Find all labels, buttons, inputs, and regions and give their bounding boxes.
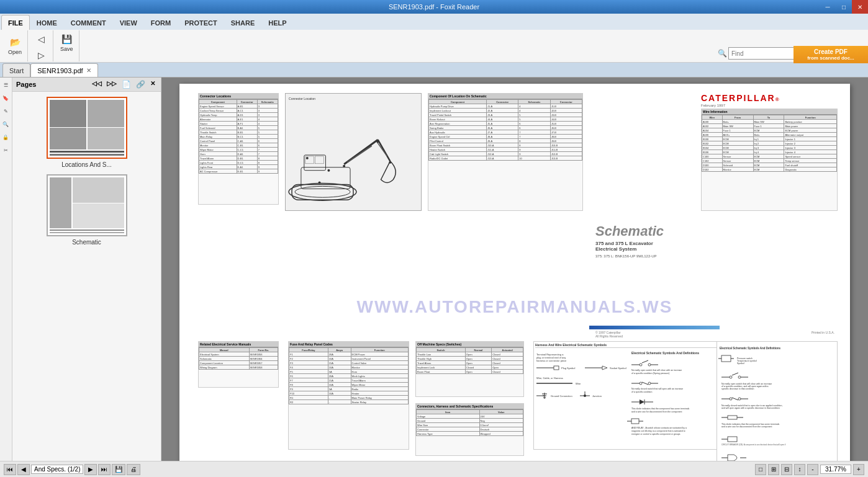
search-icon: 🔍 — [718, 49, 727, 58]
svg-text:Socket Symbol: Socket Symbol — [610, 367, 626, 370]
tab-close-icon[interactable]: ✕ — [86, 67, 91, 74]
tab-protect[interactable]: PROTECT — [178, 15, 224, 30]
prev-page-button[interactable]: ◀ — [17, 464, 30, 475]
back-button[interactable]: ◁ — [32, 32, 50, 47]
maximize-button[interactable]: □ — [836, 0, 852, 14]
ribbon-group-nav: ◁ ▷ — [29, 30, 53, 61]
save-icon: 💾 — [60, 33, 73, 45]
strip-icon-bookmark[interactable]: 🔖 — [0, 92, 11, 104]
svg-rect-90 — [728, 416, 737, 419]
svg-point-12 — [319, 181, 321, 184]
first-page-button[interactable]: ⏮ — [4, 464, 16, 475]
tab-start-label: Start — [9, 67, 24, 74]
svg-point-11 — [327, 169, 330, 172]
ribbon-content: 📂 Open ◁ ▷ 💾 Save 🔍 ▶ ⚙ Cre — [0, 30, 868, 62]
main-layout: ☰ 🔖 ✎ 🔍 🔒 ✂ Pages ◁◁ ▷▷ 📄 🔗 ✕ — [0, 78, 868, 461]
tab-pdf[interactable]: SENR1903.pdf ✕ — [30, 63, 97, 77]
ribbon-tab-bar: FILE HOME COMMENT VIEW FORM PROTECT SHAR… — [0, 14, 868, 30]
pages-close[interactable]: ✕ — [148, 79, 157, 89]
thumbnail-frame-2[interactable] — [47, 174, 127, 236]
window-controls[interactable]: ─ □ ✕ — [820, 0, 868, 14]
related-manuals-table: Related Electrical Service Manuals Manua… — [198, 341, 279, 388]
svg-text:of a specific condition (Sprin: of a specific condition (Spring pressure… — [631, 372, 669, 375]
tab-home[interactable]: HOME — [30, 15, 64, 30]
print-button[interactable]: 🖨 — [127, 464, 140, 475]
create-pdf-button[interactable]: Create PDF from scanned doc... — [793, 46, 868, 63]
right-specs-table: Wire Information WireFromToFunction A100… — [701, 109, 838, 211]
save-button[interactable]: 💾 Save — [57, 32, 76, 53]
strip-icon-scissors[interactable]: ✂ — [0, 144, 11, 156]
svg-line-84 — [732, 398, 738, 400]
svg-text:energize or control a specific: energize or control a specific component… — [631, 433, 680, 435]
pages-nav-next[interactable]: ▷▷ — [105, 79, 119, 89]
status-bar: ⏮ ◀ And Specs. (1/2) ▶ ⏭ 💾 🖨 □ ⊞ ⊟ ↕ - 3… — [0, 461, 868, 477]
minimize-button[interactable]: ─ — [820, 0, 836, 14]
svg-text:Normally open switch that will: Normally open switch that will close wit… — [631, 369, 682, 372]
ribbon: FILE HOME COMMENT VIEW FORM PROTECT SHAR… — [0, 14, 868, 63]
tab-view[interactable]: VIEW — [113, 15, 144, 30]
schematic-title-area: Schematic 375 and 375 L Excavator Electr… — [595, 223, 720, 258]
strip-icon-lock[interactable]: 🔒 — [0, 131, 11, 143]
svg-text:and will open again with a spe: and will open again with a specific decr… — [721, 407, 780, 409]
view-single-button[interactable]: □ — [755, 464, 766, 475]
svg-point-75 — [730, 376, 732, 378]
fuse-relay-table: Fuse/RelayAmpsFunction F120AECM Power F2… — [289, 347, 409, 404]
search-input[interactable] — [728, 47, 803, 60]
svg-text:Junction: Junction — [592, 395, 602, 398]
thumbnail-2[interactable]: Schematic — [17, 174, 156, 246]
color-bar — [589, 326, 720, 329]
pages-header: Pages ◁◁ ▷▷ 📄 🔗 ✕ — [12, 78, 161, 92]
thumbnail-2-label: Schematic — [72, 239, 101, 246]
pages-icon-link[interactable]: 🔗 — [134, 79, 147, 89]
save-page-button[interactable]: 💾 — [112, 464, 125, 475]
svg-point-42 — [640, 363, 642, 366]
pdf-viewer[interactable]: WWW.AUTOREPAIRMANUALS.WS Connector Locat… — [161, 78, 868, 461]
view-double-button[interactable]: ⊞ — [768, 464, 779, 475]
forward-button[interactable]: ▷ — [32, 48, 50, 63]
harness-symbols: Harness And Wire Electrical Schematic Sy… — [533, 341, 720, 450]
pages-icon-doc[interactable]: 📄 — [120, 79, 133, 89]
svg-text:CIRCUIT BREAKER (CB): A compon: CIRCUIT BREAKER (CB): A component is an … — [721, 444, 785, 446]
zoom-value[interactable]: 31.77% — [820, 465, 851, 474]
thumbnail-frame-1[interactable] — [47, 97, 127, 159]
tab-start[interactable]: Start — [2, 63, 30, 77]
strip-icon-hand[interactable]: ☰ — [0, 79, 11, 91]
thumbnail-1-label: Locations And S... — [61, 161, 112, 168]
elec-symbols-svg: Electrical Schematic Symbols And Definit… — [718, 343, 836, 461]
zoom-in-button[interactable]: + — [853, 464, 864, 475]
tab-comment[interactable]: COMMENT — [64, 15, 113, 30]
svg-text:of a specific condition: of a specific condition — [631, 391, 653, 393]
navigation-controls: ⏮ ◀ And Specs. (1/2) ▶ ⏭ 💾 🖨 — [4, 464, 140, 475]
view-continuous-button[interactable]: ⊟ — [781, 464, 792, 475]
open-button[interactable]: 📂 Open — [5, 32, 25, 59]
view-scroll-button[interactable]: ↕ — [794, 464, 805, 475]
svg-text:Electrical Schematic Symbols A: Electrical Schematic Symbols And Definit… — [631, 351, 699, 355]
close-button[interactable]: ✕ — [852, 0, 868, 14]
document-tabs: Start SENR1903.pdf ✕ — [0, 63, 868, 78]
thumbnail-1[interactable]: Locations And S... — [17, 97, 156, 168]
strip-icon-edit[interactable]: ✎ — [0, 105, 11, 117]
tab-form[interactable]: FORM — [144, 15, 178, 30]
svg-rect-22 — [554, 366, 559, 370]
tab-file[interactable]: FILE — [1, 15, 30, 30]
svg-point-44 — [648, 363, 651, 366]
pages-nav-prev[interactable]: ◁◁ — [90, 79, 104, 89]
tab-help[interactable]: HELP — [261, 15, 293, 30]
svg-text:Electrical Schematic Symbols A: Electrical Schematic Symbols And Definit… — [720, 347, 781, 350]
schematic-title: Schematic — [595, 223, 720, 239]
zoom-out-button[interactable]: - — [807, 464, 818, 475]
tab-share[interactable]: SHARE — [224, 15, 262, 30]
svg-rect-68 — [721, 355, 731, 362]
open-icon: 📂 — [9, 36, 21, 48]
excavator-drawing: Connector Location — [285, 93, 422, 211]
printed-in: Printed in U.S.A. — [811, 331, 834, 334]
svg-line-9 — [347, 146, 372, 163]
svg-line-8 — [378, 140, 391, 161]
svg-text:Connector Location: Connector Location — [289, 97, 315, 100]
page-indicator[interactable]: And Specs. (1/2) — [31, 465, 83, 474]
strip-icon-search[interactable]: 🔍 — [0, 118, 11, 130]
left-icon-strip: ☰ 🔖 ✎ 🔍 🔒 ✂ — [0, 78, 12, 461]
last-page-button[interactable]: ⏭ — [98, 464, 111, 475]
next-page-button[interactable]: ▶ — [84, 464, 97, 475]
create-pdf-label: Create PDF — [814, 48, 848, 55]
